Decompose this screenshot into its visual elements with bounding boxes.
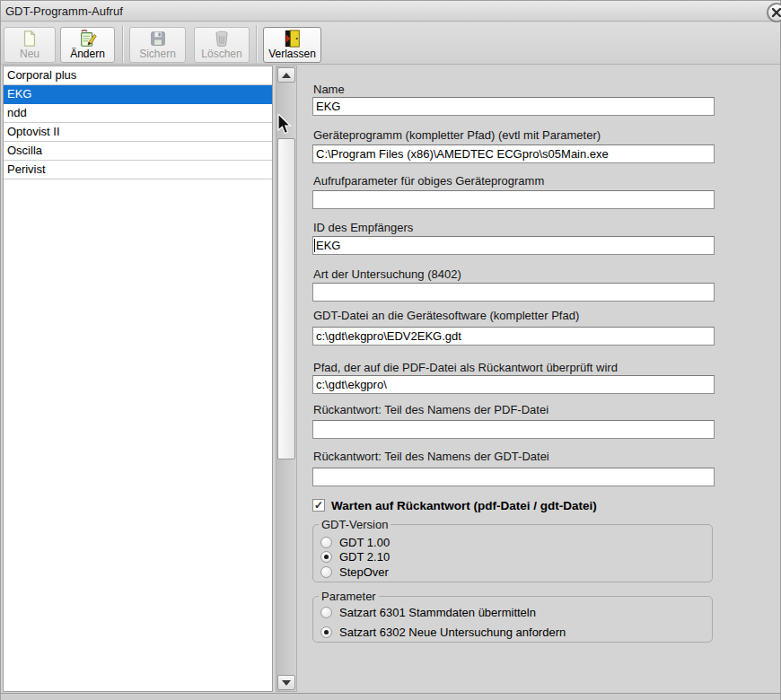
- call-parameter-label: Aufrufparameter für obiges Geräteprogram…: [313, 174, 544, 188]
- save-button[interactable]: Sichern: [129, 27, 186, 63]
- call-parameter-input[interactable]: [312, 190, 715, 209]
- window-bottom-edge: [1, 693, 780, 700]
- radio-checked-icon: [320, 626, 332, 638]
- new-button-label: Neu: [20, 48, 39, 60]
- receiver-id-input[interactable]: [312, 236, 715, 255]
- gdt-program-call-window: GDT-Programm-Aufruf Neu: [0, 0, 781, 700]
- change-button[interactable]: Ändern: [60, 27, 115, 63]
- gdt-version-groupbox: GDT-Version GDT 1.00 GDT 2.10 StepOver: [312, 524, 713, 582]
- wait-for-answer-label: Warten auf Rückantwort (pdf-Datei / gdt-…: [331, 499, 597, 512]
- gdt-file-input[interactable]: [312, 327, 715, 346]
- device-list: Corporal plus EKG ndd Optovist II Oscill…: [3, 66, 273, 692]
- text-caret: [314, 239, 315, 252]
- close-button[interactable]: [767, 3, 781, 22]
- list-scrollbar[interactable]: [276, 66, 297, 692]
- save-button-label: Sichern: [139, 48, 176, 60]
- radio-satzart-6302-label: Satzart 6302 Neue Untersuchung anfordern: [339, 626, 566, 639]
- list-item[interactable]: Corporal plus: [4, 66, 272, 85]
- radio-gdt-100[interactable]: GDT 1.00: [320, 536, 390, 549]
- scroll-down-button[interactable]: [277, 675, 295, 690]
- list-item[interactable]: Perivist: [4, 161, 272, 179]
- program-path-input[interactable]: [312, 144, 715, 163]
- triangle-up-icon: [282, 73, 291, 78]
- gdt-version-group-title: GDT-Version: [319, 518, 390, 531]
- list-item[interactable]: Optovist II: [4, 123, 272, 142]
- list-item[interactable]: ndd: [4, 104, 272, 123]
- exit-button-label: Verlassen: [268, 48, 316, 60]
- exam-type-label: Art der Untersuchung (8402): [313, 267, 461, 281]
- new-button[interactable]: Neu: [4, 27, 56, 63]
- new-document-icon: [20, 30, 39, 48]
- radio-stepover-label: StepOver: [339, 565, 389, 579]
- exit-door-icon: [283, 30, 303, 48]
- radio-unchecked-icon: [320, 607, 332, 618]
- exam-type-input[interactable]: [312, 283, 715, 302]
- parameter-group-title: Parameter: [319, 590, 379, 603]
- gdt-name-part-input[interactable]: [312, 468, 715, 486]
- radio-unchecked-icon: [320, 566, 332, 578]
- radio-satzart-6302[interactable]: Satzart 6302 Neue Untersuchung anfordern: [320, 626, 566, 639]
- triangle-down-icon: [282, 680, 291, 686]
- radio-satzart-6301-label: Satzart 6301 Stammdaten übermitteln: [339, 606, 536, 619]
- scrollbar-thumb[interactable]: [277, 138, 295, 459]
- save-floppy-icon: [148, 30, 168, 48]
- wait-for-answer-checkbox-row[interactable]: ✓ Warten auf Rückantwort (pdf-Datei / gd…: [312, 498, 597, 512]
- window-title: GDT-Programm-Aufruf: [5, 4, 123, 18]
- name-input[interactable]: [312, 97, 715, 116]
- exit-button[interactable]: Verlassen: [263, 27, 321, 63]
- list-item-selected[interactable]: EKG: [4, 85, 272, 104]
- toolbar: Neu Ändern Sichern: [1, 22, 780, 65]
- scroll-up-button[interactable]: [277, 67, 295, 83]
- edit-icon: [78, 30, 98, 48]
- pdf-check-path-input[interactable]: [312, 375, 715, 394]
- receiver-id-label: ID des Empfängers: [313, 221, 413, 234]
- radio-stepover[interactable]: StepOver: [320, 565, 389, 579]
- gdt-file-label: GDT-Datei an die Gerätesoftware (komplet…: [313, 309, 579, 322]
- toolbar-separator: [122, 25, 124, 63]
- trash-icon: [212, 30, 232, 48]
- radio-gdt-210-label: GDT 2.10: [339, 550, 390, 564]
- radio-unchecked-icon: [320, 537, 332, 548]
- pdf-check-path-label: Pfad, der auf die PDF-Datei als Rückantw…: [313, 361, 618, 374]
- mouse-cursor-icon: [277, 114, 293, 136]
- delete-button[interactable]: Löschen: [194, 27, 250, 63]
- program-path-label: Geräteprogramm (kompletter Pfad) (evtl m…: [313, 128, 601, 142]
- radio-gdt-100-label: GDT 1.00: [339, 536, 390, 549]
- delete-button-label: Löschen: [201, 48, 241, 60]
- pdf-name-part-input[interactable]: [312, 420, 715, 439]
- close-icon: [772, 8, 781, 17]
- device-settings-form: Name Geräteprogramm (kompletter Pfad) (e…: [312, 66, 715, 694]
- pdf-name-part-label: Rückantwort: Teil des Namens der PDF-Dat…: [313, 403, 548, 416]
- name-label: Name: [313, 83, 345, 96]
- gdt-name-part-label: Rückantwort: Teil des Namens der GDT-Dat…: [313, 450, 549, 463]
- list-item[interactable]: Oscilla: [4, 142, 272, 161]
- checkbox-checked-icon[interactable]: ✓: [312, 499, 325, 512]
- toolbar-separator: [256, 25, 258, 63]
- change-button-label: Ändern: [70, 48, 105, 60]
- radio-satzart-6301[interactable]: Satzart 6301 Stammdaten übermitteln: [320, 606, 536, 619]
- radio-checked-icon: [320, 551, 332, 563]
- radio-gdt-210[interactable]: GDT 2.10: [320, 550, 390, 564]
- parameter-groupbox: Parameter Satzart 6301 Stammdaten übermi…: [312, 596, 713, 643]
- title-bar: GDT-Programm-Aufruf: [1, 1, 780, 22]
